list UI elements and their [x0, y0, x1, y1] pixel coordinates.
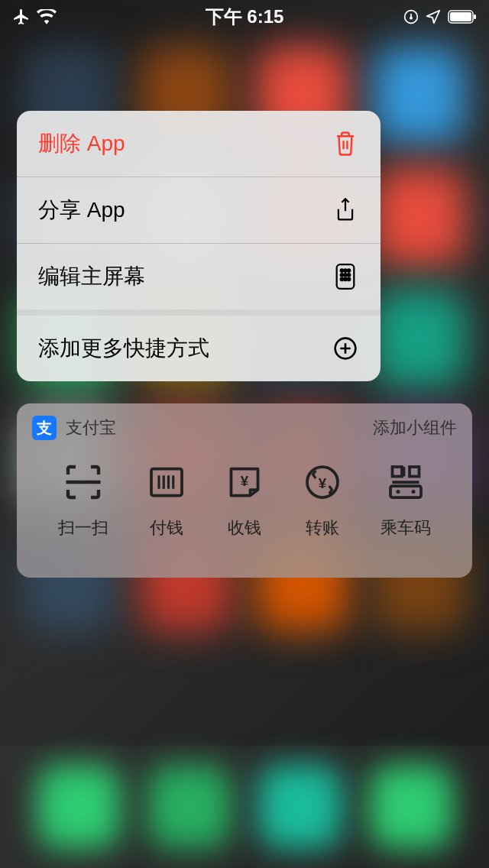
- action-label: 乘车码: [381, 517, 431, 539]
- receive-money-icon: ¥: [224, 462, 265, 503]
- svg-text:¥: ¥: [241, 473, 249, 489]
- transfer-icon: ¥: [302, 462, 343, 503]
- dock-app-icon[interactable]: [258, 765, 342, 849]
- svg-rect-21: [410, 467, 419, 477]
- scan-icon: [63, 462, 104, 503]
- svg-point-9: [341, 274, 343, 276]
- svg-rect-4: [474, 15, 476, 19]
- dock-app-icon[interactable]: [37, 765, 121, 849]
- scan-action[interactable]: 扫一扫: [58, 462, 108, 539]
- receive-action[interactable]: ¥ 收钱: [224, 462, 265, 539]
- action-label: 扫一扫: [58, 517, 108, 539]
- share-app-menu-item[interactable]: 分享 App: [17, 177, 381, 244]
- plus-circle-icon: [332, 335, 359, 362]
- widget-app-header[interactable]: 支 支付宝: [32, 416, 116, 440]
- alipay-app-icon: 支: [32, 416, 57, 440]
- trash-icon: [332, 130, 359, 157]
- svg-point-11: [348, 274, 350, 276]
- action-label: 转账: [306, 517, 339, 539]
- status-time: 下午 6:15: [206, 5, 284, 29]
- action-label: 收钱: [228, 517, 261, 539]
- apps-icon: [332, 263, 359, 290]
- menu-item-label: 删除 App: [38, 129, 125, 158]
- airplane-mode-icon: [12, 8, 31, 26]
- svg-rect-1: [410, 17, 412, 19]
- add-widget-button[interactable]: 添加小组件: [373, 416, 457, 439]
- svg-point-24: [411, 490, 415, 494]
- dock-app-icon[interactable]: [147, 765, 232, 849]
- transit-qr-icon: [385, 462, 426, 503]
- svg-point-13: [344, 278, 346, 280]
- rotation-lock-icon: [403, 9, 419, 24]
- svg-point-12: [341, 278, 343, 280]
- svg-point-8: [348, 269, 350, 271]
- alipay-widget-card: 支 支付宝 添加小组件 扫一扫 付钱: [17, 403, 472, 578]
- svg-point-6: [341, 269, 343, 271]
- svg-point-7: [344, 269, 346, 271]
- svg-rect-22: [390, 486, 421, 497]
- edit-home-screen-menu-item[interactable]: 编辑主屏幕: [17, 244, 381, 309]
- svg-point-10: [344, 274, 346, 276]
- add-shortcuts-menu-item[interactable]: 添加更多快捷方式: [17, 316, 381, 381]
- menu-item-label: 分享 App: [38, 196, 125, 225]
- svg-point-23: [396, 490, 400, 494]
- action-label: 付钱: [150, 517, 183, 539]
- menu-item-label: 添加更多快捷方式: [38, 334, 209, 363]
- dock-app-icon[interactable]: [369, 765, 453, 849]
- svg-rect-20: [392, 467, 402, 477]
- svg-text:¥: ¥: [319, 475, 327, 491]
- pay-action[interactable]: 付钱: [146, 462, 187, 539]
- location-icon: [425, 8, 442, 25]
- svg-rect-3: [450, 12, 471, 21]
- share-icon: [332, 196, 359, 224]
- barcode-icon: [146, 462, 187, 503]
- transfer-action[interactable]: ¥ 转账: [302, 462, 343, 539]
- dock: [0, 746, 489, 868]
- status-bar: 下午 6:15: [0, 0, 489, 34]
- wifi-icon: [37, 9, 57, 24]
- app-context-menu: 删除 App 分享 App 编辑主屏幕: [17, 111, 381, 381]
- menu-item-label: 编辑主屏幕: [38, 262, 145, 291]
- widget-app-name: 支付宝: [66, 416, 116, 439]
- battery-icon: [448, 10, 477, 24]
- svg-point-14: [348, 278, 350, 280]
- delete-app-menu-item[interactable]: 删除 App: [17, 111, 381, 177]
- transit-action[interactable]: 乘车码: [381, 462, 431, 539]
- svg-rect-16: [151, 469, 182, 496]
